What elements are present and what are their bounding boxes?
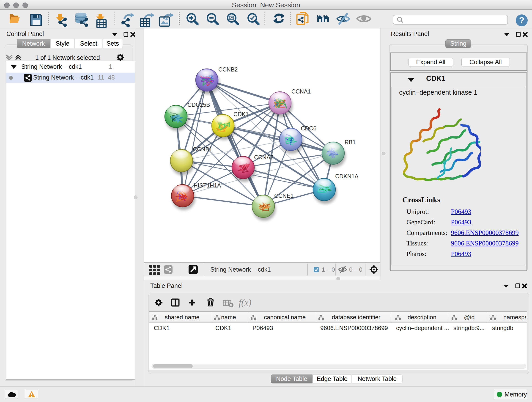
svg-text:namespac: namespac bbox=[503, 314, 526, 321]
svg-text:database identifier: database identifier bbox=[332, 314, 380, 321]
svg-text:HIST1H1A: HIST1H1A bbox=[194, 182, 221, 189]
svg-text:CDC25B: CDC25B bbox=[187, 102, 210, 108]
svg-text:name: name bbox=[221, 314, 236, 321]
svg-text:CDKN1A: CDKN1A bbox=[335, 173, 359, 179]
svg-text:f(x): f(x) bbox=[239, 297, 252, 307]
svg-text:@id: @id bbox=[464, 314, 475, 321]
svg-text:description: description bbox=[408, 314, 437, 321]
svg-text:CCNA1: CCNA1 bbox=[291, 88, 311, 95]
svg-text:CCNA2: CCNA2 bbox=[254, 154, 273, 160]
svg-text:CCNB1: CCNB1 bbox=[193, 146, 212, 153]
svg-text:1 – 0: 1 – 0 bbox=[322, 266, 335, 273]
svg-text:0 – 0: 0 – 0 bbox=[349, 266, 362, 273]
svg-text:?: ? bbox=[519, 16, 524, 25]
svg-text:shared name: shared name bbox=[165, 314, 200, 321]
svg-text:canonical name: canonical name bbox=[264, 314, 306, 321]
svg-text:CCNE1: CCNE1 bbox=[274, 192, 294, 199]
svg-text:String Network – cdk1: String Network – cdk1 bbox=[210, 266, 271, 273]
svg-text:RB1: RB1 bbox=[345, 139, 356, 145]
svg-text:CCNB2: CCNB2 bbox=[218, 66, 238, 73]
svg-text:CDK1: CDK1 bbox=[234, 111, 249, 117]
svg-text:CDC6: CDC6 bbox=[301, 125, 317, 132]
